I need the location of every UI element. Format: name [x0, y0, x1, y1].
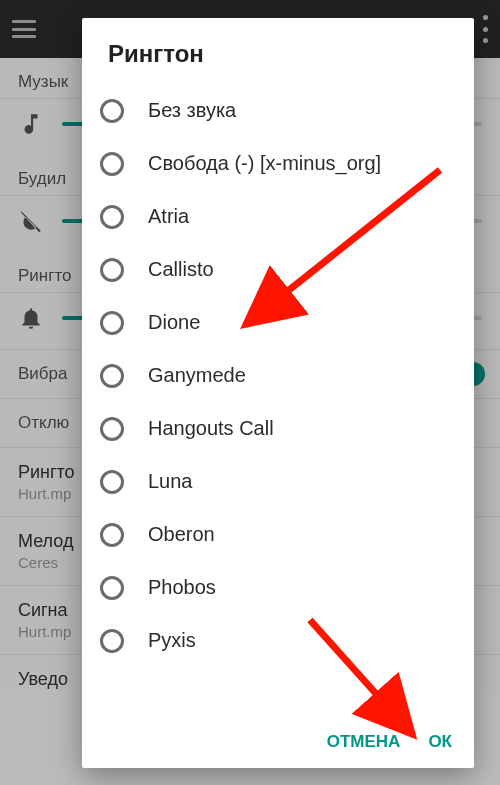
option-label: Hangouts Call	[148, 416, 454, 441]
radio-icon	[100, 470, 124, 494]
dialog-title: Рингтон	[82, 18, 474, 80]
option-label: Phobos	[148, 575, 454, 600]
radio-icon	[100, 99, 124, 123]
option-label: Dione	[148, 310, 454, 335]
option-label: Oberon	[148, 522, 454, 547]
ringtone-option[interactable]: Свобода (-) [x-minus_org]	[86, 137, 474, 190]
radio-icon	[100, 417, 124, 441]
option-label: Ganymede	[148, 363, 454, 388]
radio-icon	[100, 152, 124, 176]
radio-icon	[100, 311, 124, 335]
ok-button[interactable]: ОК	[428, 732, 452, 752]
ringtone-dialog: Рингтон Без звука Свобода (-) [x-minus_o…	[82, 18, 474, 768]
ringtone-option[interactable]: Без звука	[86, 84, 474, 137]
option-label: Atria	[148, 204, 454, 229]
option-label: Luna	[148, 469, 454, 494]
option-label: Pyxis	[148, 628, 454, 653]
radio-icon	[100, 258, 124, 282]
radio-icon	[100, 205, 124, 229]
radio-icon	[100, 629, 124, 653]
ringtone-option[interactable]: Ganymede	[86, 349, 474, 402]
ringtone-option[interactable]: Luna	[86, 455, 474, 508]
ringtone-option[interactable]: Callisto	[86, 243, 474, 296]
ringtone-option-list: Без звука Свобода (-) [x-minus_org] Atri…	[82, 80, 474, 722]
option-label: Без звука	[148, 98, 454, 123]
radio-icon	[100, 576, 124, 600]
cancel-button[interactable]: ОТМЕНА	[327, 732, 401, 752]
option-label: Callisto	[148, 257, 454, 282]
radio-icon	[100, 364, 124, 388]
radio-icon	[100, 523, 124, 547]
ringtone-option[interactable]: Pyxis	[86, 614, 474, 667]
dialog-actions: ОТМЕНА ОК	[82, 722, 474, 768]
ringtone-option[interactable]: Oberon	[86, 508, 474, 561]
ringtone-option[interactable]: Atria	[86, 190, 474, 243]
ringtone-option[interactable]: Hangouts Call	[86, 402, 474, 455]
ringtone-option[interactable]: Dione	[86, 296, 474, 349]
option-label: Свобода (-) [x-minus_org]	[148, 151, 454, 176]
ringtone-option[interactable]: Phobos	[86, 561, 474, 614]
